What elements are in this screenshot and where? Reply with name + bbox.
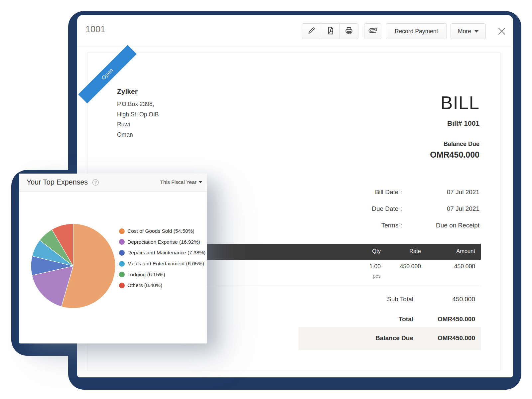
address-line: P.O.Box 2398, — [117, 99, 159, 109]
help-icon[interactable]: ? — [92, 179, 99, 186]
pie-chart — [30, 223, 116, 309]
legend-label: Cost of Goods Sold (54.50%) — [127, 228, 195, 234]
expenses-card-header: Your Top Expenses ? This Fiscal Year — [19, 174, 207, 192]
bill-number: Bill# 1001 — [447, 119, 479, 127]
qty-column-header: Qty — [372, 248, 381, 254]
balance-due-amount: OMR450.000 — [430, 150, 479, 160]
record-payment-button[interactable]: Record Payment — [386, 23, 447, 39]
legend-item: Meals and Entertainment (6.65%) — [119, 258, 205, 269]
expenses-card-title: Your Top Expenses — [27, 178, 88, 187]
rate-column-header: Rate — [409, 248, 421, 254]
chevron-down-icon — [474, 30, 478, 33]
legend-item: Cost of Goods Sold (54.50%) — [119, 226, 205, 237]
legend-dot — [119, 250, 125, 256]
legend-dot — [119, 239, 125, 245]
due-date-label: Due Date : — [372, 205, 402, 212]
item-unit: pcs — [373, 273, 381, 279]
terms-label: Terms : — [381, 222, 402, 229]
legend-label: Depreciation Expense (16.92%) — [127, 239, 200, 245]
address-line: Ruwi — [117, 119, 159, 130]
top-expenses-card: Your Top Expenses ? This Fiscal Year Cos… — [19, 174, 207, 343]
legend-item: Depreciation Expense (16.92%) — [119, 237, 205, 248]
print-button[interactable] — [339, 24, 358, 39]
period-selector[interactable]: This Fiscal Year — [160, 179, 202, 185]
legend-dot — [119, 283, 125, 288]
close-icon — [497, 26, 507, 36]
legend-item: Others (8.40%) — [119, 280, 205, 291]
page: 1001 — [0, 0, 532, 399]
more-button[interactable]: More — [451, 23, 486, 39]
balance-due-row: Balance Due OMR450.000 — [299, 327, 481, 350]
balance-row-value: OMR450.000 — [438, 334, 475, 342]
pdf-file-icon — [326, 26, 335, 36]
document-type-heading: BILL — [441, 92, 479, 113]
sub-total-value: 450.000 — [452, 296, 475, 303]
pencil-icon — [307, 26, 316, 36]
due-date-value: 07 Jul 2021 — [447, 205, 479, 212]
window-header: 1001 — [77, 15, 513, 47]
vendor-address-block: Zylker P.O.Box 2398, High St, Op OIB Ruw… — [117, 87, 159, 140]
status-ribbon-label: Open — [100, 67, 114, 81]
legend-dot — [119, 272, 125, 277]
item-rate: 450.000 — [400, 263, 421, 270]
attachments-button[interactable] — [364, 23, 381, 39]
bill-date-label: Bill Date : — [375, 189, 402, 196]
printer-icon — [344, 26, 353, 37]
legend-label: Meals and Entertainment (6.65%) — [127, 261, 204, 267]
legend-item: Repairs and Maintenance (7.38%) — [119, 247, 205, 258]
total-value: OMR450.000 — [438, 316, 475, 323]
period-selector-label: This Fiscal Year — [160, 179, 197, 185]
pie-legend: Cost of Goods Sold (54.50%)Depreciation … — [119, 226, 205, 291]
address-line: Oman — [117, 130, 159, 140]
item-qty: 1.00 — [369, 263, 381, 270]
edit-button[interactable] — [302, 24, 321, 39]
address-line: High St, Op OIB — [117, 109, 159, 120]
pdf-button[interactable] — [321, 24, 339, 39]
close-button[interactable] — [497, 26, 507, 36]
chevron-down-icon — [199, 181, 202, 183]
legend-label: Others (8.40%) — [127, 282, 162, 288]
item-amount: 450.000 — [454, 263, 475, 270]
legend-label: Repairs and Maintenance (7.38%) — [127, 250, 205, 256]
paperclip-icon — [369, 26, 377, 36]
legend-dot — [119, 228, 125, 234]
legend-item: Lodging (6.15%) — [119, 269, 205, 280]
more-label: More — [458, 28, 471, 35]
balance-row-label: Balance Due — [375, 334, 413, 342]
total-label: Total — [399, 316, 413, 323]
legend-label: Lodging (6.15%) — [127, 272, 165, 278]
page-title: 1001 — [85, 24, 105, 35]
bill-date-value: 07 Jul 2021 — [447, 189, 479, 196]
amount-column-header: Amount — [456, 248, 475, 254]
legend-dot — [119, 261, 125, 267]
terms-value: Due on Receipt — [436, 222, 479, 229]
balance-due-label: Balance Due — [444, 141, 479, 148]
vendor-name: Zylker — [117, 87, 159, 95]
document-action-group — [302, 23, 358, 39]
sub-total-label: Sub Total — [387, 296, 413, 303]
record-payment-label: Record Payment — [395, 28, 438, 35]
